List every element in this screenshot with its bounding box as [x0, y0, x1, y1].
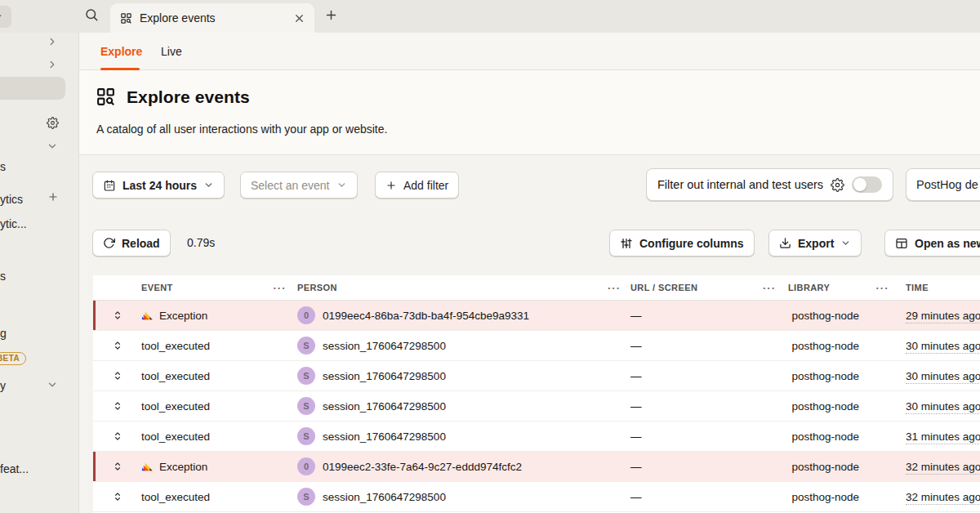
gear-icon[interactable]	[831, 178, 844, 192]
reload-button[interactable]: Reload	[92, 230, 171, 256]
time-cell: 30 minutes ago	[906, 400, 980, 414]
table-row: Exception 0 0199eec4-86ba-73db-ba4f-954c…	[93, 301, 980, 331]
expand-row-icon[interactable]	[112, 400, 123, 412]
download-icon	[779, 237, 791, 249]
open-as-new-button[interactable]: Open as new	[884, 230, 980, 256]
posthog-logo-icon	[141, 461, 154, 473]
time-cell: 30 minutes ago	[906, 340, 980, 354]
person-id[interactable]: session_1760647298500	[323, 491, 446, 503]
tune-icon	[620, 237, 633, 250]
gear-icon[interactable]	[47, 117, 59, 129]
sidebar-item[interactable]: feat...	[0, 462, 29, 475]
event-name[interactable]: tool_executed	[141, 400, 210, 413]
avatar: S	[297, 367, 315, 385]
person-id[interactable]: 0199eec2-33fe-7a64-9c27-eddd974fcfc2	[323, 461, 522, 473]
plus-icon	[385, 180, 397, 191]
search-icon[interactable]	[84, 7, 99, 22]
library-cell: posthog-node	[788, 310, 859, 322]
calendar-icon	[103, 179, 116, 192]
add-filter-button[interactable]: Add filter	[375, 172, 459, 199]
expand-row-icon[interactable]	[112, 370, 123, 381]
time-cell: 31 minutes ago	[906, 430, 980, 444]
internal-users-toggle[interactable]	[852, 176, 882, 193]
event-name[interactable]: tool_executed	[141, 340, 210, 352]
plus-icon[interactable]	[47, 191, 59, 203]
columns-table-icon	[895, 237, 908, 250]
column-header-library: LIBRARY	[788, 283, 859, 292]
posthog-logo-icon	[141, 310, 154, 322]
sidebar-item[interactable]: s	[0, 160, 6, 173]
avatar: S	[297, 337, 315, 355]
sidebar-item[interactable]: ytic...	[0, 217, 27, 230]
person-id[interactable]: session_1760647298500	[323, 430, 446, 443]
event-name[interactable]: Exception	[159, 461, 207, 473]
open-as-new-label: Open as new	[915, 237, 980, 250]
library-cell: posthog-node	[788, 430, 859, 443]
person-id[interactable]: 0199eec4-86ba-73db-ba4f-954cbe9a9331	[323, 310, 529, 322]
reload-label: Reload	[122, 237, 160, 250]
expand-row-icon[interactable]	[112, 461, 123, 472]
sidebar-selected-item[interactable]	[0, 77, 65, 100]
tab-live[interactable]: Live	[161, 33, 182, 69]
column-menu-person[interactable]: ···	[598, 282, 630, 294]
time-cell: 29 minutes ago	[906, 310, 980, 323]
beta-badge: BETA	[0, 352, 26, 365]
configure-columns-button[interactable]: Configure columns	[609, 230, 755, 256]
internal-users-label: Filter out internal and test users	[657, 178, 823, 191]
library-cell: posthog-node	[788, 370, 859, 382]
person-id[interactable]: session_1760647298500	[323, 370, 446, 382]
chevron-right-icon[interactable]	[47, 59, 58, 70]
event-name[interactable]: Exception	[159, 310, 207, 322]
url-cell: —	[630, 461, 751, 473]
event-name[interactable]: tool_executed	[141, 430, 210, 443]
tab-explore-events[interactable]: Explore events	[110, 3, 314, 33]
column-header-person: PERSON	[297, 283, 598, 292]
page-tabstrip: Explore Live	[79, 33, 980, 70]
sidebar-item[interactable]: s	[0, 270, 6, 283]
posthog-default-label: PostHog de	[916, 178, 978, 191]
library-cell: posthog-node	[788, 461, 859, 473]
url-cell: —	[630, 400, 751, 413]
table-header-row: EVENT ··· PERSON ··· URL / SCREEN ··· LI…	[93, 275, 980, 301]
table-row: tool_executed S session_1760647298500 — …	[93, 391, 980, 422]
close-icon[interactable]	[294, 13, 305, 24]
url-cell: —	[630, 430, 751, 443]
column-menu-url[interactable]: ···	[751, 282, 788, 294]
person-id[interactable]: session_1760647298500	[323, 400, 446, 413]
expand-row-icon[interactable]	[112, 340, 123, 351]
page-header: Explore events A catalog of all user int…	[79, 70, 980, 155]
person-id[interactable]: session_1760647298500	[323, 340, 446, 352]
time-cell: 30 minutes ago	[906, 370, 980, 384]
reload-icon	[103, 237, 115, 249]
column-header-time: TIME	[906, 283, 980, 292]
event-name[interactable]: tool_executed	[141, 370, 210, 382]
toggle-knob	[853, 178, 866, 191]
chevron-down-icon[interactable]	[47, 141, 58, 152]
tab-explore[interactable]: Explore	[100, 33, 142, 69]
page-title: Explore events	[127, 87, 250, 107]
content-area: Last 24 hours Select an event Add filter…	[79, 155, 980, 513]
table-body: Exception 0 0199eec4-86ba-73db-ba4f-954c…	[93, 301, 980, 512]
event-name[interactable]: tool_executed	[141, 491, 210, 503]
event-select[interactable]: Select an event	[240, 172, 358, 199]
expand-row-icon[interactable]	[112, 310, 123, 321]
project-selector[interactable]: ect	[0, 6, 11, 28]
expand-row-icon[interactable]	[112, 430, 123, 442]
chevron-right-icon[interactable]	[47, 36, 58, 47]
explore-events-icon	[96, 87, 116, 107]
chevron-down-icon[interactable]	[47, 379, 58, 390]
posthog-default-button[interactable]: PostHog de	[906, 168, 980, 201]
sidebar-item[interactable]: g	[0, 327, 7, 340]
sidebar-item[interactable]: ytics	[0, 193, 23, 206]
expand-row-icon[interactable]	[112, 491, 123, 502]
column-menu-library[interactable]: ···	[859, 282, 906, 294]
url-cell: —	[630, 340, 751, 352]
export-button[interactable]: Export	[768, 230, 862, 256]
date-range-button[interactable]: Last 24 hours	[92, 172, 225, 199]
sidebar-item[interactable]: y	[0, 379, 6, 392]
avatar: 0	[297, 457, 315, 475]
column-menu-event[interactable]: ···	[262, 282, 297, 294]
new-tab-button[interactable]	[324, 8, 338, 22]
library-cell: posthog-node	[788, 340, 859, 352]
avatar: 0	[297, 306, 315, 324]
